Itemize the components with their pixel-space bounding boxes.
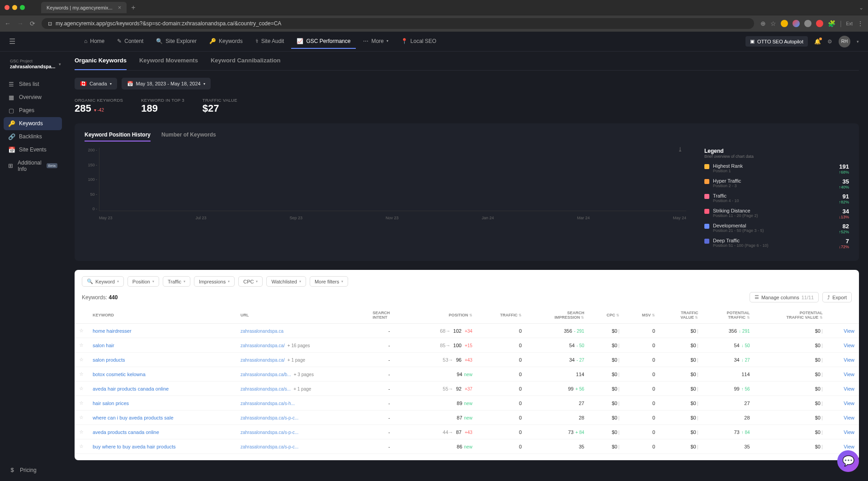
legend-item[interactable]: Traffic Position 4 - 10 91 ↑82%: [704, 193, 849, 204]
star-icon[interactable]: ☆: [79, 429, 84, 434]
nav-local-seo[interactable]: 📍Local SEO: [396, 34, 442, 49]
legend-item[interactable]: Hyper Traffic Position 2 - 3 35 ↑40%: [704, 178, 849, 189]
export-button[interactable]: ⤴ Export: [822, 292, 852, 302]
sidebar-item-pages[interactable]: ▢Pages: [4, 104, 62, 117]
view-link[interactable]: View: [844, 372, 854, 377]
column-header[interactable]: CPC ⇅: [589, 307, 624, 324]
extension-icon[interactable]: [804, 20, 811, 27]
legend-item[interactable]: Striking Distance Position 11 - 20 (Page…: [704, 208, 849, 219]
keyword-link[interactable]: buy where to buy aveda hair products: [93, 444, 175, 449]
menu-icon[interactable]: ⋮: [857, 20, 863, 27]
star-icon[interactable]: ☆: [79, 386, 84, 391]
star-icon[interactable]: ☆: [79, 415, 84, 420]
new-tab-button[interactable]: +: [127, 4, 140, 12]
browser-tab[interactable]: Keywords | my.agencyremix... ×: [41, 2, 127, 13]
column-header[interactable]: MSV ⇅: [624, 307, 660, 324]
filter-cpc[interactable]: CPC▾: [238, 276, 263, 287]
date-range-filter[interactable]: 📅 May 18, 2023 - May 18, 2024 ▾: [122, 78, 211, 90]
star-icon[interactable]: ☆: [79, 400, 84, 406]
sidebar-item-keywords[interactable]: 🔑Keywords: [4, 117, 62, 130]
close-icon[interactable]: ×: [118, 4, 122, 11]
filter-position[interactable]: Position▾: [127, 276, 159, 287]
download-icon[interactable]: ⤓: [678, 146, 683, 153]
keyword-link[interactable]: hair salon prices: [93, 401, 129, 406]
star-icon[interactable]: ☆: [79, 357, 84, 362]
star-icon[interactable]: ☆: [79, 371, 84, 377]
chart-tab-number-of-keywords[interactable]: Number of Keywords: [161, 132, 216, 141]
url-link[interactable]: zahrasalonandspa.ca/s-h...: [241, 401, 295, 406]
sidebar-item-site-events[interactable]: 📅Site Events: [4, 143, 62, 156]
window-maximize[interactable]: [20, 5, 25, 10]
url-link[interactable]: zahrasalonandspa.ca/s-p-c...: [241, 444, 298, 449]
keyword-link[interactable]: salon products: [93, 357, 125, 363]
site-info-icon[interactable]: ⊡: [48, 21, 52, 27]
sidebar-item-overview[interactable]: ▦Overview: [4, 91, 62, 104]
column-header[interactable]: POTENTIALTRAFFIC VALUE ⇅: [755, 307, 827, 324]
filter-traffic[interactable]: Traffic▾: [163, 276, 190, 287]
sidebar-item-backlinks[interactable]: 🔗Backlinks: [4, 130, 62, 143]
column-header[interactable]: [827, 307, 859, 324]
view-link[interactable]: View: [844, 444, 854, 449]
star-icon[interactable]: ☆: [79, 328, 84, 333]
filter-impressions[interactable]: Impressions▾: [194, 276, 235, 287]
nav-keywords[interactable]: 🔑Keywords: [204, 34, 248, 49]
column-header[interactable]: TRAFFIC ⇅: [477, 307, 526, 324]
manage-columns-button[interactable]: ☰ Manage columns 11/11: [750, 292, 819, 302]
column-header[interactable]: TRAFFICVALUE ⇅: [660, 307, 703, 324]
url-link[interactable]: zahrasalonandspa.ca/s-p-c...: [241, 415, 298, 420]
nav-home[interactable]: ⌂Home: [79, 34, 110, 49]
view-link[interactable]: View: [844, 328, 854, 334]
filter-watchlisted[interactable]: Watchlisted▾: [266, 276, 306, 287]
tab-organic-keywords[interactable]: Organic Keywords: [75, 52, 127, 70]
project-selector[interactable]: GSC Project zahrasalonandspa... ▾: [4, 56, 62, 72]
url-link[interactable]: zahrasalonandspa.ca: [241, 329, 283, 334]
gear-icon[interactable]: ⚙: [827, 38, 832, 45]
hamburger-icon[interactable]: ☰: [9, 37, 15, 46]
keyword-link[interactable]: salon hair: [93, 343, 114, 348]
nav-site-audit[interactable]: ⚕Site Audit: [250, 34, 290, 49]
keyword-link[interactable]: aveda products canada online: [93, 429, 159, 435]
url-link[interactable]: zahrasalonandspa.ca/: [241, 343, 285, 348]
sidebar-item-sites-list[interactable]: ☰Sites list: [4, 78, 62, 91]
filter-keyword[interactable]: 🔍Keyword▾: [82, 276, 124, 287]
window-close[interactable]: [5, 5, 9, 10]
extension-icon[interactable]: [793, 20, 800, 27]
column-header[interactable]: POTENTIALTRAFFIC ⇅: [703, 307, 754, 324]
column-header[interactable]: KEYWORD: [88, 307, 236, 324]
country-filter[interactable]: 🇨🇦 Canada ▾: [75, 78, 117, 90]
legend-item[interactable]: Developmental Position 21 - 50 (Page 3 -…: [704, 223, 849, 234]
url-link[interactable]: zahrasalonandspa.ca/: [241, 358, 285, 363]
url-link[interactable]: zahrasalonandspa.ca/s-p-c...: [241, 430, 298, 435]
column-header[interactable]: URL: [236, 307, 368, 324]
keyword-link[interactable]: where can i buy aveda products sale: [93, 415, 174, 420]
nav-site-explorer[interactable]: 🔍Site Explorer: [151, 34, 202, 49]
otto-button[interactable]: ▣ OTTO SEO Autopilot: [745, 36, 808, 47]
extension-label[interactable]: Ext: [846, 21, 853, 26]
window-minimize[interactable]: [12, 5, 17, 10]
view-link[interactable]: View: [844, 357, 854, 363]
avatar[interactable]: RH: [839, 36, 850, 47]
column-header[interactable]: SEARCHIMPRESSION ⇅: [526, 307, 589, 324]
legend-item[interactable]: Highest Rank Position 1 191 ↑68%: [704, 163, 849, 174]
view-link[interactable]: View: [844, 343, 854, 348]
sidebar-item-additional-info[interactable]: ⊞Additional InfoBeta: [4, 156, 62, 175]
back-icon[interactable]: ←: [5, 20, 11, 27]
translate-icon[interactable]: ⊕: [760, 20, 766, 27]
url-link[interactable]: zahrasalonandspa.ca/s...: [241, 387, 291, 391]
star-icon[interactable]: ☆: [770, 20, 776, 27]
view-link[interactable]: View: [844, 429, 854, 435]
view-link[interactable]: View: [844, 415, 854, 420]
chart-tab-keyword-position-history[interactable]: Keyword Position History: [85, 132, 151, 141]
column-header[interactable]: POSITION ⇅: [410, 307, 477, 324]
column-header[interactable]: SEARCHINTENT: [368, 307, 410, 324]
chevron-down-icon[interactable]: ▾: [857, 39, 859, 44]
view-link[interactable]: View: [844, 386, 854, 391]
extensions-icon[interactable]: 🧩: [828, 20, 835, 27]
keyword-link[interactable]: home hairdresser: [93, 328, 132, 334]
nav-content[interactable]: ✎Content: [112, 34, 149, 49]
bell-icon[interactable]: 🔔: [814, 38, 821, 45]
star-icon[interactable]: ☆: [79, 342, 84, 348]
nav-gsc-performance[interactable]: 📈GSC Performance: [291, 34, 356, 49]
filter-more-filters[interactable]: More filters▾: [310, 276, 348, 287]
url-bar[interactable]: ⊡ my.agencyremix.app/gsc/keywords?&sp=sc…: [42, 18, 754, 29]
